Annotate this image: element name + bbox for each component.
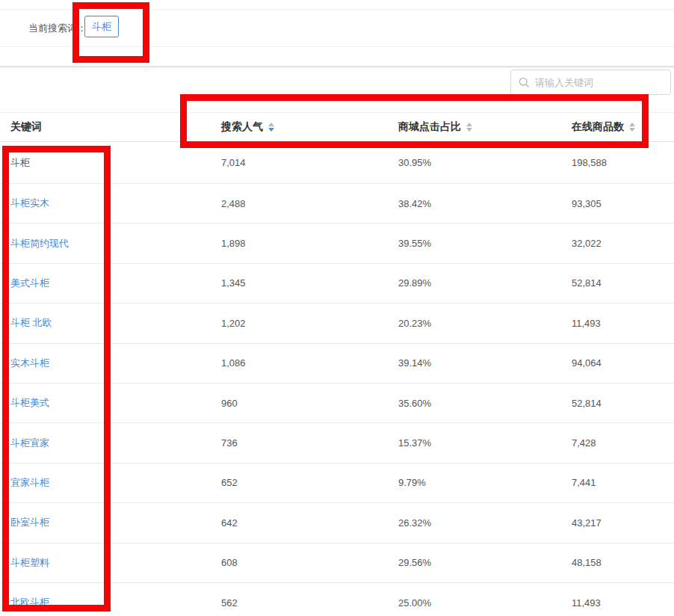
online-products-value: 32,022 — [572, 238, 674, 249]
table-header-row: 关键词 搜索人气 商城点击占比 在线商品数 — [0, 112, 674, 142]
mall-click-ratio-value: 9.79% — [398, 477, 572, 488]
online-products-value: 52,814 — [572, 398, 674, 409]
search-popularity-value: 608 — [221, 557, 398, 568]
online-products-value: 43,217 — [572, 517, 674, 529]
keyword-text: 斗柜 — [10, 157, 30, 168]
online-products-value: 93,305 — [572, 198, 674, 209]
keyword-link[interactable]: 斗柜实木 — [10, 197, 49, 209]
table-row: 宜家斗柜6529.79%7,441 — [0, 463, 674, 503]
keyword-link[interactable]: 斗柜美式 — [10, 397, 49, 408]
search-popularity-value: 7,014 — [221, 157, 398, 168]
keyword-link[interactable]: 实木斗柜 — [10, 357, 49, 369]
column-header-keyword-label: 关键词 — [10, 120, 42, 134]
online-products-value: 11,493 — [572, 318, 674, 329]
keyword-link[interactable]: 宜家斗柜 — [10, 477, 49, 488]
mall-click-ratio-value: 39.14% — [398, 357, 572, 369]
search-popularity-value: 2,488 — [221, 198, 398, 209]
search-icon — [519, 77, 530, 88]
search-input[interactable] — [535, 77, 670, 88]
column-header-search-popularity[interactable]: 搜索人气 — [221, 120, 398, 134]
keyword-link[interactable]: 卧室斗柜 — [10, 517, 49, 528]
table-body: 斗柜7,01430.95%198,588斗柜实木2,48838.42%93,30… — [0, 142, 674, 616]
current-search-term-tag[interactable]: 斗柜 — [84, 16, 119, 37]
online-products-value: 11,493 — [572, 597, 674, 609]
table-row: 斗柜实木2,48838.42%93,305 — [0, 184, 674, 224]
table-row: 美式斗柜1,34529.89%52,814 — [0, 264, 674, 304]
keyword-link[interactable]: 斗柜宜家 — [10, 437, 49, 449]
search-popularity-value: 1,345 — [221, 277, 398, 289]
mall-click-ratio-value: 38.42% — [398, 198, 572, 209]
sort-icon-search-popularity — [268, 123, 274, 132]
table-row: 实木斗柜1,08639.14%94,064 — [0, 344, 674, 384]
mall-click-ratio-value: 25.00% — [398, 597, 572, 609]
search-popularity-value: 642 — [221, 517, 398, 529]
search-popularity-value: 1,898 — [221, 238, 398, 249]
search-popularity-value: 960 — [221, 398, 398, 409]
mall-click-ratio-value: 30.95% — [398, 157, 572, 168]
online-products-value: 48,158 — [572, 557, 674, 568]
table-row: 北欧斗柜56225.00%11,493 — [0, 583, 674, 616]
table-row: 斗柜7,01430.95%198,588 — [0, 142, 674, 184]
column-header-online-products[interactable]: 在线商品数 — [572, 120, 674, 134]
search-popularity-value: 562 — [221, 597, 398, 609]
table-row: 斗柜塑料60829.56%48,158 — [0, 543, 674, 583]
keyword-link[interactable]: 斗柜塑料 — [10, 557, 49, 568]
search-popularity-value: 736 — [221, 437, 398, 449]
column-header-mall-click-ratio[interactable]: 商城点击占比 — [398, 120, 572, 134]
panel-top-shadow — [0, 66, 674, 68]
keyword-link[interactable]: 斗柜简约现代 — [10, 238, 69, 249]
online-products-value: 198,588 — [572, 157, 674, 168]
column-header-click-ratio-label: 商城点击占比 — [398, 120, 461, 134]
sort-icon-online-products — [629, 123, 635, 132]
table-row: 斗柜 北欧1,20220.23%11,493 — [0, 304, 674, 343]
table-row: 斗柜简约现代1,89839.55%32,022 — [0, 224, 674, 263]
keyword-link[interactable]: 斗柜 北欧 — [10, 317, 52, 328]
online-products-value: 7,441 — [572, 477, 674, 488]
topbar-bottom-divider — [0, 46, 674, 47]
column-header-keyword: 关键词 — [0, 120, 221, 134]
keyword-link[interactable]: 北欧斗柜 — [10, 597, 49, 608]
search-popularity-value: 652 — [221, 477, 398, 488]
keyword-search-box[interactable] — [510, 70, 671, 95]
mall-click-ratio-value: 29.56% — [398, 557, 572, 568]
online-products-value: 94,064 — [572, 357, 674, 369]
current-search-term-label: 当前搜索词： — [28, 22, 87, 35]
search-popularity-value: 1,086 — [221, 357, 398, 369]
online-products-value: 7,428 — [572, 437, 674, 449]
mall-click-ratio-value: 39.55% — [398, 238, 572, 249]
online-products-value: 52,814 — [572, 277, 674, 289]
mall-click-ratio-value: 29.89% — [398, 277, 572, 289]
table-row: 斗柜宜家73615.37%7,428 — [0, 423, 674, 463]
search-popularity-value: 1,202 — [221, 318, 398, 329]
mall-click-ratio-value: 26.32% — [398, 517, 572, 529]
table-row: 斗柜美式96035.60%52,814 — [0, 384, 674, 423]
topbar-top-divider — [0, 9, 674, 10]
mall-click-ratio-value: 20.23% — [398, 318, 572, 329]
sort-icon-mall-click-ratio — [466, 123, 472, 132]
column-header-popularity-label: 搜索人气 — [221, 120, 263, 134]
mall-click-ratio-value: 15.37% — [398, 437, 572, 449]
mall-click-ratio-value: 35.60% — [398, 398, 572, 409]
column-header-online-products-label: 在线商品数 — [572, 120, 624, 134]
keyword-link[interactable]: 美式斗柜 — [10, 277, 49, 289]
table-row: 卧室斗柜64226.32%43,217 — [0, 503, 674, 543]
